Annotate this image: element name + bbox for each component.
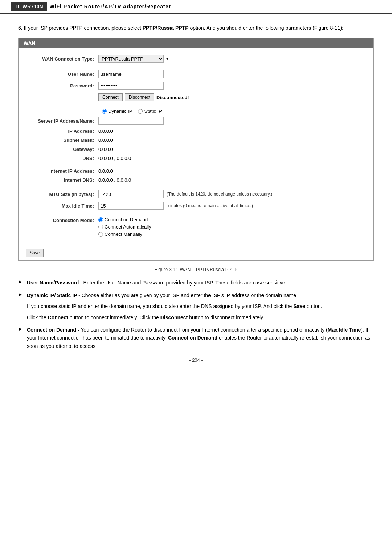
dns-label: DNS: xyxy=(26,156,98,161)
max-idle-note: minutes (0 means remain active at all ti… xyxy=(167,203,253,208)
server-ip-wrap xyxy=(98,117,366,125)
mtu-label: MTU Size (in bytes): xyxy=(26,192,98,197)
mode-demand-radio[interactable] xyxy=(98,217,103,222)
mode-demand-label[interactable]: Connect on Demand xyxy=(98,217,151,222)
header-title: WiFi Pocket Router/AP/TV Adapter/Repeate… xyxy=(50,4,171,9)
static-ip-radio[interactable] xyxy=(138,109,143,114)
bullet-row-3: ► Connect on Demand - You can configure … xyxy=(18,326,374,350)
internet-ip-row: Internet IP Address: 0.0.0.0 xyxy=(26,168,366,174)
bullet-arrow-1: ► xyxy=(18,279,24,284)
connection-mode-wrap: Connect on Demand Connect Automatically … xyxy=(98,217,366,237)
server-ip-input[interactable] xyxy=(98,117,164,125)
ip-mode-row: Dynamic IP Static IP xyxy=(102,108,366,114)
mtu-note: (The default is 1420, do not change unle… xyxy=(167,192,272,197)
internet-dns-value: 0.0.0.0 , 0.0.0.0 xyxy=(98,177,131,183)
password-row: Password: xyxy=(26,82,366,90)
bullet2-main: Dynamic IP/ Static IP - Choose either as… xyxy=(27,291,374,299)
mtu-input[interactable] xyxy=(98,190,164,198)
gateway-label: Gateway: xyxy=(26,147,98,152)
connect-button[interactable]: Connect xyxy=(98,93,123,101)
page-header: TL-WR710N WiFi Pocket Router/AP/TV Adapt… xyxy=(0,0,392,14)
intro-paragraph: 6. If your ISP provides PPTP connection,… xyxy=(18,24,374,32)
bullet3-bold: Connect on Demand - xyxy=(27,327,79,333)
dynamic-ip-radio[interactable] xyxy=(102,109,107,114)
dns-wrap: 0.0.0.0 , 0.0.0.0 xyxy=(98,156,366,161)
page-number: - 204 - xyxy=(18,357,374,363)
wan-panel: WAN WAN Connection Type: PPTP/Russia PPT… xyxy=(18,38,374,261)
gateway-wrap: 0.0.0.0 xyxy=(98,147,366,152)
ip-address-row: IP Address: 0.0.0.0 xyxy=(26,128,366,134)
max-idle-input[interactable] xyxy=(98,202,164,210)
disconnect-button[interactable]: Disconnect xyxy=(125,93,154,101)
intro-bold: PPTP/Russia PPTP xyxy=(143,25,189,31)
save-button[interactable]: Save xyxy=(26,249,44,257)
wan-connection-type-select[interactable]: PPTP/Russia PPTP xyxy=(98,55,164,63)
bullet-arrow-3: ► xyxy=(18,326,24,332)
max-idle-label: Max Idle Time: xyxy=(26,203,98,209)
server-ip-row: Server IP Address/Name: xyxy=(26,117,366,125)
bullet1-text: Enter the User Name and Password provide… xyxy=(82,280,287,286)
bullet2-text: Choose either as you are given by your I… xyxy=(80,292,298,298)
wan-connection-type-wrap: PPTP/Russia PPTP ▼ xyxy=(98,55,366,63)
static-ip-radio-label[interactable]: Static IP xyxy=(138,108,162,114)
password-wrap xyxy=(98,82,366,90)
gateway-row: Gateway: 0.0.0.0 xyxy=(26,147,366,152)
user-name-row: User Name: xyxy=(26,70,366,78)
password-input[interactable] xyxy=(98,82,164,90)
user-name-label: User Name: xyxy=(26,71,98,77)
bullet-row-2: ► Dynamic IP/ Static IP - Choose either … xyxy=(18,291,374,321)
server-ip-label: Server IP Address/Name: xyxy=(26,118,98,124)
wan-connection-type-label: WAN Connection Type: xyxy=(26,56,98,62)
intro-text2: option. And you should enter the followi… xyxy=(189,25,343,31)
bullet-section: ► User Name/Password - Enter the User Na… xyxy=(18,279,374,350)
subnet-mask-wrap: 0.0.0.0 xyxy=(98,138,366,143)
bullet1-bold: User Name/Password - xyxy=(27,280,82,286)
mtu-wrap: (The default is 1420, do not change unle… xyxy=(98,190,366,198)
figure-caption: Figure 8-11 WAN – PPTP/Russia PPTP xyxy=(18,267,374,272)
bullet2-extra1: If you choose static IP and enter the do… xyxy=(27,302,374,310)
wan-connection-type-row: WAN Connection Type: PPTP/Russia PPTP ▼ xyxy=(26,55,366,63)
mtu-row: MTU Size (in bytes): (The default is 142… xyxy=(26,190,366,198)
internet-dns-label: Internet DNS: xyxy=(26,177,98,183)
intro-number: 6. xyxy=(18,25,23,31)
mode-auto-radio[interactable] xyxy=(98,225,103,229)
internet-ip-value: 0.0.0.0 xyxy=(98,168,113,174)
dropdown-arrow-icon: ▼ xyxy=(165,56,170,61)
connect-wrap: Connect Disconnect Disconnected! xyxy=(98,93,366,101)
model-label: TL-WR710N xyxy=(11,2,47,11)
internet-dns-row: Internet DNS: 0.0.0.0 , 0.0.0.0 xyxy=(26,177,366,183)
subnet-mask-label: Subnet Mask: xyxy=(26,138,98,143)
bullet2-extra2: Click the Connect button to connect imme… xyxy=(27,313,374,321)
mode-manual-radio[interactable] xyxy=(98,232,103,237)
mode-manual-label[interactable]: Connect Manually xyxy=(98,231,151,237)
bullet-text-1: User Name/Password - Enter the User Name… xyxy=(27,279,374,287)
subnet-mask-row: Subnet Mask: 0.0.0.0 xyxy=(26,138,366,143)
internet-dns-wrap: 0.0.0.0 , 0.0.0.0 xyxy=(98,177,366,183)
ip-address-label: IP Address: xyxy=(26,128,98,134)
dns-row: DNS: 0.0.0.0 , 0.0.0.0 xyxy=(26,156,366,161)
user-name-input[interactable] xyxy=(98,70,164,78)
bullet-text-3: Connect on Demand - You can configure th… xyxy=(27,326,374,350)
bullet-arrow-2: ► xyxy=(18,292,24,297)
mode-auto-label[interactable]: Connect Automatically xyxy=(98,224,151,230)
connection-status: Disconnected! xyxy=(156,95,189,100)
connection-mode-group: Connect on Demand Connect Automatically … xyxy=(98,217,151,237)
gateway-value: 0.0.0.0 xyxy=(98,147,113,152)
bullet2-bold: Dynamic IP/ Static IP - xyxy=(27,292,80,298)
dynamic-ip-radio-label[interactable]: Dynamic IP xyxy=(102,108,132,114)
bullet-text-2: Dynamic IP/ Static IP - Choose either as… xyxy=(27,291,374,321)
ip-address-wrap: 0.0.0.0 xyxy=(98,128,366,134)
ip-address-value: 0.0.0.0 xyxy=(98,128,113,134)
max-idle-wrap: minutes (0 means remain active at all ti… xyxy=(98,202,366,210)
ip-mode-radio-group: Dynamic IP Static IP xyxy=(102,108,366,114)
connection-mode-row: Connection Mode: Connect on Demand Conne… xyxy=(26,217,366,237)
password-label: Password: xyxy=(26,83,98,89)
internet-ip-wrap: 0.0.0.0 xyxy=(98,168,366,174)
wan-panel-body: WAN Connection Type: PPTP/Russia PPTP ▼ … xyxy=(19,48,373,245)
dns-value: 0.0.0.0 , 0.0.0.0 xyxy=(98,156,131,161)
connect-row: Connect Disconnect Disconnected! xyxy=(26,93,366,101)
bullet-row-1: ► User Name/Password - Enter the User Na… xyxy=(18,279,374,287)
subnet-mask-value: 0.0.0.0 xyxy=(98,138,113,143)
panel-footer: Save xyxy=(19,245,373,260)
internet-ip-label: Internet IP Address: xyxy=(26,168,98,174)
